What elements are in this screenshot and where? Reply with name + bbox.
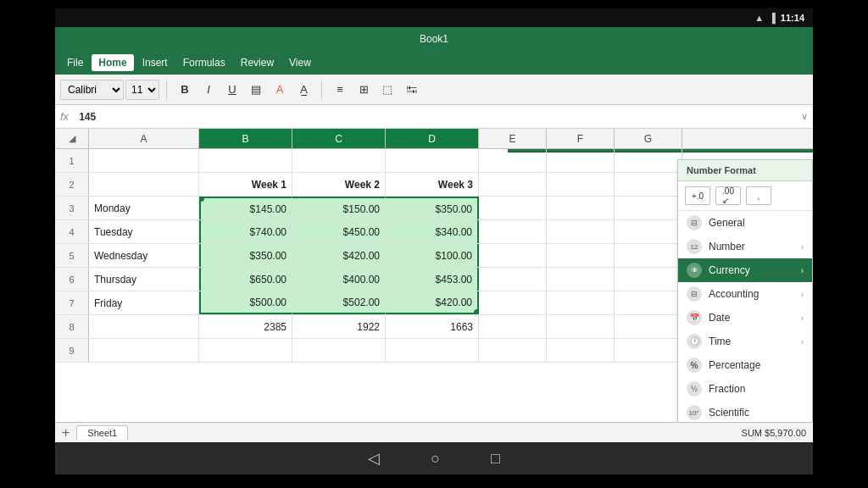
font-name-select[interactable]: Calibri: [60, 80, 124, 100]
cell-b3[interactable]: $145.00: [199, 197, 292, 219]
cell-d6[interactable]: $453.00: [386, 268, 479, 291]
home-button[interactable]: ○: [431, 450, 440, 468]
cell-c5[interactable]: $420.00: [292, 244, 386, 267]
cell-f4[interactable]: [547, 220, 615, 243]
format-increase-decimal[interactable]: +.0: [685, 186, 710, 205]
cell-g4[interactable]: [615, 220, 682, 243]
cell-e9[interactable]: [479, 339, 547, 362]
cell-b6[interactable]: $650.00: [199, 268, 292, 291]
cell-c6[interactable]: $400.00: [292, 268, 386, 291]
cell-c9[interactable]: [292, 339, 386, 362]
format-percentage[interactable]: % Percentage: [678, 353, 812, 377]
format-decrease-decimal[interactable]: .00↙: [715, 186, 741, 205]
cell-a5[interactable]: Wednesday: [89, 244, 199, 267]
cell-b9[interactable]: [199, 339, 292, 362]
cell-b7[interactable]: $500.00: [199, 291, 292, 314]
underline-button[interactable]: U: [221, 79, 243, 101]
wrap-button[interactable]: ⬚: [376, 79, 398, 101]
format-thousands[interactable]: ,: [746, 186, 771, 205]
merge-button[interactable]: ⊞: [353, 79, 375, 101]
cell-g9[interactable]: [615, 339, 682, 362]
cell-g8[interactable]: [615, 315, 682, 338]
cell-c4[interactable]: $450.00: [292, 220, 386, 243]
format-time[interactable]: 🕐 Time ›: [678, 330, 812, 353]
cell-g3[interactable]: [615, 197, 682, 219]
cell-e1[interactable]: [479, 149, 547, 172]
cell-e7[interactable]: [479, 291, 547, 314]
italic-button[interactable]: I: [198, 79, 220, 101]
cell-b1[interactable]: [199, 149, 292, 172]
cell-c2[interactable]: Week 2: [292, 173, 386, 196]
cell-a4[interactable]: Tuesday: [89, 220, 199, 243]
format-number[interactable]: 12 Number ›: [678, 235, 812, 258]
format-general[interactable]: ⊟ General: [678, 211, 812, 235]
cell-c8[interactable]: 1922: [292, 315, 386, 338]
menu-file[interactable]: File: [60, 54, 90, 71]
col-header-d[interactable]: D: [386, 129, 479, 148]
col-header-f[interactable]: F: [547, 129, 615, 148]
col-header-e[interactable]: E: [479, 129, 547, 148]
cell-e2[interactable]: [479, 173, 547, 196]
cell-b4[interactable]: $740.00: [199, 220, 292, 243]
cell-f5[interactable]: [547, 244, 615, 267]
cell-g7[interactable]: [615, 291, 682, 314]
cell-c3[interactable]: $150.00: [292, 197, 386, 219]
font-color-button[interactable]: A̲: [292, 79, 314, 101]
cell-f7[interactable]: [547, 291, 615, 314]
add-sheet-button[interactable]: +: [62, 425, 70, 441]
cell-e4[interactable]: [479, 220, 547, 243]
cell-d5[interactable]: $100.00: [386, 244, 479, 267]
cell-reference[interactable]: 145: [79, 111, 121, 123]
cell-f1[interactable]: [547, 149, 615, 172]
cell-d4[interactable]: $340.00: [386, 220, 479, 243]
cell-f8[interactable]: [547, 315, 615, 338]
cell-a2[interactable]: [89, 173, 199, 196]
formula-expand-button[interactable]: ∨: [801, 111, 808, 122]
cell-c7[interactable]: $502.00: [292, 291, 386, 314]
cell-a3[interactable]: Monday: [89, 197, 199, 219]
cell-g2[interactable]: [615, 173, 682, 196]
cell-d7[interactable]: $420.00: [386, 291, 479, 314]
format-currency[interactable]: 👁 Currency ›: [678, 258, 812, 282]
cell-e5[interactable]: [479, 244, 547, 267]
cell-e8[interactable]: [479, 315, 547, 338]
fill-color-button[interactable]: A: [269, 79, 291, 101]
cell-e6[interactable]: [479, 268, 547, 291]
cell-d8[interactable]: 1663: [386, 315, 479, 338]
cell-d3[interactable]: $350.00: [386, 197, 479, 219]
menu-insert[interactable]: Insert: [136, 54, 175, 71]
menu-formulas[interactable]: Formulas: [176, 54, 232, 71]
col-header-a[interactable]: A: [89, 129, 199, 148]
menu-review[interactable]: Review: [234, 54, 281, 71]
cell-d9[interactable]: [386, 339, 479, 362]
cell-a9[interactable]: [89, 339, 199, 362]
cell-e3[interactable]: [479, 197, 547, 219]
format-date[interactable]: 📅 Date ›: [678, 306, 812, 330]
cell-a7[interactable]: Friday: [89, 291, 199, 314]
cell-g1[interactable]: [615, 149, 682, 172]
format-fraction[interactable]: ½ Fraction: [678, 377, 812, 401]
back-button[interactable]: ◁: [368, 449, 380, 468]
indent-button[interactable]: ⭾: [400, 79, 422, 101]
col-header-c[interactable]: C: [292, 129, 386, 148]
cell-b2[interactable]: Week 1: [199, 173, 292, 196]
format-scientific[interactable]: 10ˣ Scientific: [678, 401, 812, 422]
cell-d2[interactable]: Week 3: [386, 173, 479, 196]
menu-view[interactable]: View: [282, 54, 318, 71]
cell-d1[interactable]: [386, 149, 479, 172]
cell-b8[interactable]: 2385: [199, 315, 292, 338]
format-accounting[interactable]: ⊟ Accounting ›: [678, 282, 812, 306]
cell-g6[interactable]: [615, 268, 682, 291]
cell-a8[interactable]: [89, 315, 199, 338]
cell-b5[interactable]: $350.00: [199, 244, 292, 267]
recent-button[interactable]: □: [491, 450, 500, 468]
cell-f9[interactable]: [547, 339, 615, 362]
col-header-b[interactable]: B: [199, 129, 292, 148]
border-button[interactable]: ▤: [245, 79, 267, 101]
bold-button[interactable]: B: [174, 79, 196, 101]
col-header-g[interactable]: G: [615, 129, 682, 148]
cell-f6[interactable]: [547, 268, 615, 291]
cell-g5[interactable]: [615, 244, 682, 267]
font-size-select[interactable]: 11: [125, 80, 159, 100]
cell-f2[interactable]: [547, 173, 615, 196]
